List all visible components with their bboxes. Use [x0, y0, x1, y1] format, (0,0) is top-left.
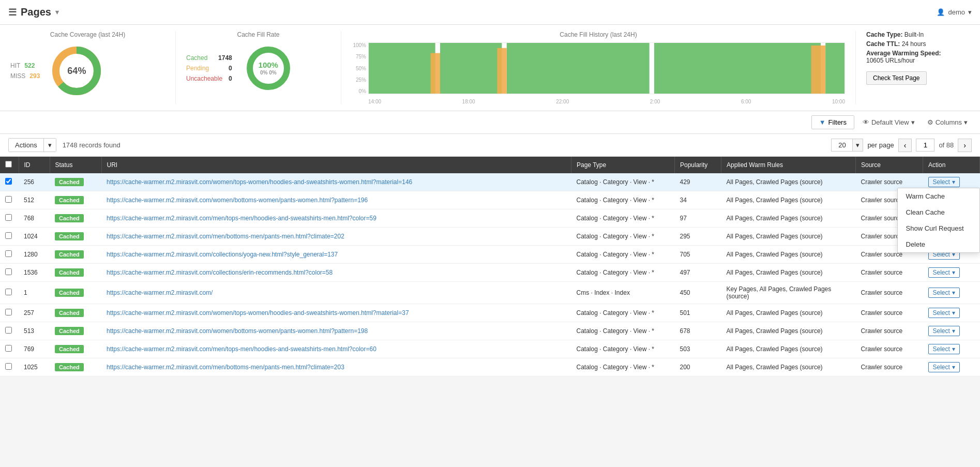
avg-warm-row: Average Warming Speed: 10605 URLs/hour [866, 50, 959, 64]
row-uri: https://cache-warmer.m2.mirasvit.com/wom… [101, 173, 571, 191]
status-badge: Cached [55, 196, 84, 204]
row-checkbox[interactable] [5, 363, 12, 370]
row-select-button[interactable]: Select ▾ [928, 362, 960, 372]
row-checkbox[interactable] [5, 289, 12, 295]
row-select-button[interactable]: Select ▾ [928, 326, 960, 336]
row-id: 1024 [19, 228, 50, 246]
th-popularity[interactable]: Popularity [675, 157, 721, 173]
th-source[interactable]: Source [856, 157, 923, 173]
stats-row: Cache Coverage (last 24H) HIT 522 MISS 2… [0, 25, 980, 111]
dropdown-warm-cache[interactable]: Warm Cache [898, 188, 979, 204]
uri-link[interactable]: https://cache-warmer.m2.mirasvit.com/wom… [107, 309, 409, 317]
row-select-button[interactable]: Select ▾ [928, 288, 960, 298]
th-checkbox[interactable] [0, 157, 19, 173]
row-checkbox[interactable] [5, 196, 12, 203]
svg-rect-11 [654, 43, 821, 94]
table-row: 512 Cached https://cache-warmer.m2.miras… [0, 191, 980, 209]
user-caret[interactable]: ▾ [968, 8, 972, 16]
uri-link[interactable]: https://cache-warmer.m2.mirasvit.com/ [107, 289, 213, 296]
actions-caret-button[interactable]: ▾ [43, 139, 56, 152]
th-warm-rules[interactable]: Applied Warm Rules [721, 157, 856, 173]
select-caret: ▾ [952, 289, 955, 296]
cache-type-value: Built-In [904, 31, 924, 38]
columns-button[interactable]: ⚙ Columns ▾ [923, 116, 972, 129]
page-number-input[interactable] [916, 139, 934, 152]
svg-rect-15 [825, 43, 845, 94]
coverage-title: Cache Coverage (last 24H) [10, 31, 165, 38]
svg-rect-10 [650, 43, 654, 94]
row-select-button[interactable]: Select ▾ [928, 177, 960, 187]
check-test-page-button[interactable]: Check Test Page [866, 71, 927, 85]
row-checkbox[interactable] [5, 178, 12, 185]
table-row: 1536 Cached https://cache-warmer.m2.mira… [0, 264, 980, 282]
svg-rect-5 [369, 43, 435, 94]
status-badge: Cached [55, 327, 84, 335]
actions-select-wrapper: Actions ▾ [8, 138, 56, 152]
inline-dropdown-menu: Warm Cache Clean Cache Show Curl Request… [897, 188, 980, 253]
pending-label: Pending [186, 65, 209, 72]
row-checkbox[interactable] [5, 309, 12, 315]
header-right: 👤 demo ▾ [937, 8, 972, 16]
row-warm-rules: All Pages, Crawled Pages (source) [721, 209, 856, 228]
fill-rate-title: Cache Fill Rate [186, 31, 330, 38]
uri-link[interactable]: https://cache-warmer.m2.mirasvit.com/men… [107, 233, 344, 240]
select-all-checkbox[interactable] [5, 161, 12, 168]
eye-icon: 👁 [863, 118, 869, 126]
row-checkbox[interactable] [5, 327, 12, 334]
row-uri: https://cache-warmer.m2.mirasvit.com/men… [101, 209, 571, 228]
miss-label-row: MISS 293 [10, 72, 40, 80]
next-page-button[interactable]: › [958, 139, 972, 152]
th-uri[interactable]: URI [101, 157, 571, 173]
prev-page-button[interactable]: ‹ [898, 139, 912, 152]
x-label-18: 18:00 [462, 99, 475, 104]
row-status: Cached [50, 340, 101, 358]
uri-link[interactable]: https://cache-warmer.m2.mirasvit.com/men… [107, 364, 344, 371]
actions-bar: Actions ▾ 1748 records found 20 ▾ per pa… [0, 134, 980, 157]
dropdown-show-curl[interactable]: Show Curl Request [898, 220, 979, 236]
row-checkbox[interactable] [5, 268, 12, 275]
row-status: Cached [50, 358, 101, 376]
row-popularity: 429 [675, 173, 721, 191]
row-id: 1280 [19, 246, 50, 264]
row-source: Crawler source [856, 304, 923, 322]
x-labels: 14:00 18:00 22:00 2:00 6:00 10:00 [368, 99, 845, 104]
row-page-type: Catalog · Category · View · * [571, 191, 675, 209]
row-source: Crawler source [856, 358, 923, 376]
avg-warm-label: Average Warming Speed: [866, 50, 941, 57]
uri-link[interactable]: https://cache-warmer.m2.mirasvit.com/col… [107, 269, 333, 276]
row-checkbox[interactable] [5, 250, 12, 257]
uri-link[interactable]: https://cache-warmer.m2.mirasvit.com/wom… [107, 197, 368, 204]
row-action: Select ▾ [923, 340, 980, 358]
dropdown-delete[interactable]: Delete [898, 236, 979, 252]
hamburger-icon[interactable]: ☰ [8, 7, 17, 18]
th-id[interactable]: ID [19, 157, 50, 173]
row-status: Cached [50, 264, 101, 282]
fill-labels: Cached 1748 Pending 0 Uncacheable 0 [186, 54, 232, 82]
actions-right: 20 ▾ per page ‹ of 88 › [831, 139, 972, 152]
row-select-button[interactable]: Select ▾ [928, 267, 960, 278]
uri-link[interactable]: https://cache-warmer.m2.mirasvit.com/men… [107, 345, 376, 353]
th-action[interactable]: Action [923, 157, 980, 173]
row-checkbox[interactable] [5, 214, 12, 221]
th-page-type[interactable]: Page Type [571, 157, 675, 173]
dropdown-clean-cache[interactable]: Clean Cache [898, 204, 979, 220]
view-button[interactable]: 👁 Default View ▾ [858, 116, 919, 129]
title-caret[interactable]: ▾ [55, 8, 59, 16]
row-checkbox[interactable] [5, 345, 12, 352]
uri-link[interactable]: https://cache-warmer.m2.mirasvit.com/wom… [107, 327, 368, 335]
th-status[interactable]: Status [50, 157, 101, 173]
filter-icon: ▼ [819, 118, 826, 126]
uri-link[interactable]: https://cache-warmer.m2.mirasvit.com/men… [107, 215, 376, 222]
row-checkbox-cell [0, 191, 19, 209]
uri-link[interactable]: https://cache-warmer.m2.mirasvit.com/wom… [107, 178, 412, 186]
uri-link[interactable]: https://cache-warmer.m2.mirasvit.com/col… [107, 251, 338, 258]
table-row: 256 Cached https://cache-warmer.m2.miras… [0, 173, 980, 191]
row-select-button[interactable]: Select ▾ [928, 344, 960, 354]
per-page-caret[interactable]: ▾ [852, 139, 863, 151]
per-page-label: per page [867, 141, 894, 149]
filters-button[interactable]: ▼ Filters [811, 115, 854, 129]
row-checkbox[interactable] [5, 232, 12, 239]
row-popularity: 678 [675, 322, 721, 340]
row-select-button[interactable]: Select ▾ [928, 308, 960, 318]
fill-rate-percent: 100% 0% 0% [259, 61, 278, 76]
